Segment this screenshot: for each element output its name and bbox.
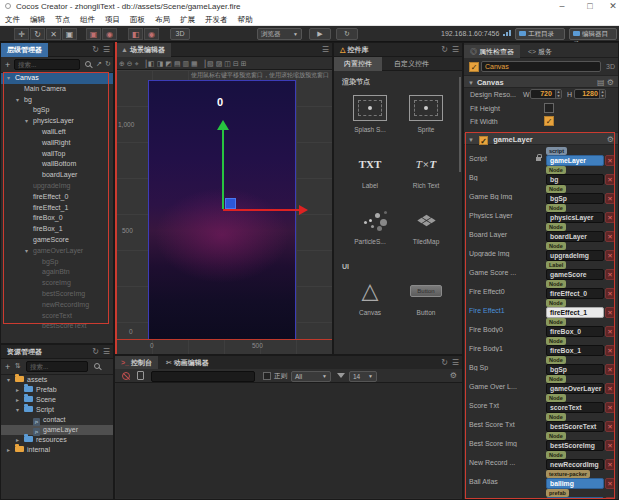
preview-target-dropdown[interactable]: 浏览器▼: [257, 28, 302, 40]
remove-reference-button[interactable]: ✕: [605, 478, 615, 489]
property-value-field[interactable]: bgSp: [546, 364, 604, 375]
remove-reference-button[interactable]: ✕: [605, 174, 615, 185]
refresh-button[interactable]: ↻: [336, 28, 358, 40]
fit-height-checkbox[interactable]: [544, 103, 554, 113]
property-value-field[interactable]: ballimg: [546, 478, 604, 489]
component-enabled-checkbox[interactable]: ✓: [479, 136, 488, 145]
hierarchy-item-fireEffect_0[interactable]: fireEffect_0: [1, 192, 113, 203]
mode-3d-button[interactable]: 3D: [170, 28, 190, 40]
hierarchy-item-gameScore[interactable]: gameScore: [1, 235, 113, 246]
widget-label[interactable]: TXTLabel: [342, 145, 398, 201]
asset-item-contact[interactable]: jscontact: [1, 415, 113, 425]
menu-icon[interactable]: ☰: [103, 347, 110, 356]
gamelayer-component-header[interactable]: ▼ ✓ gameLayer ⚙: [464, 132, 618, 145]
tab-assets[interactable]: 资源管理器: [1, 345, 48, 359]
stepper-icon[interactable]: ▴▾: [555, 90, 561, 98]
hierarchy-item-Main Camera[interactable]: Main Camera: [1, 84, 113, 95]
property-value-field[interactable]: upgradeImg: [546, 250, 604, 261]
asset-item-internal[interactable]: ▸internal: [1, 445, 113, 455]
editor-dir-button[interactable]: 编辑器目录: [569, 28, 617, 40]
help-icon[interactable]: ▤: [597, 78, 605, 87]
remove-reference-button[interactable]: ✕: [605, 383, 615, 394]
tab-console[interactable]: >_控制台: [115, 356, 158, 370]
scene-viewport[interactable]: 使用鼠标右键平移预览窗口，使用滚轮缩放预览窗口 1,000 500 0 0 50…: [116, 70, 332, 354]
expand-arrow-icon[interactable]: ▾: [16, 95, 24, 106]
minimize-button[interactable]: –: [552, 0, 572, 13]
property-value-field[interactable]: gameLayer: [546, 155, 604, 166]
widget-richtext[interactable]: T×TRich Text: [398, 145, 454, 201]
property-value-field[interactable]: fireBox_1: [546, 345, 604, 356]
hierarchy-item-physicsLayer[interactable]: ▾physicsLayer: [1, 116, 113, 127]
rotate-tool-icon[interactable]: ↻: [30, 28, 45, 40]
gizmo-origin-handle[interactable]: [225, 198, 236, 209]
scrollbar[interactable]: [459, 77, 461, 172]
rect-tool-icon[interactable]: ▣: [62, 28, 77, 40]
remove-reference-button[interactable]: ✕: [605, 326, 615, 337]
gear-icon[interactable]: ⚙: [607, 78, 614, 87]
asset-item-Script[interactable]: ▾Script: [1, 405, 113, 415]
refresh-icon[interactable]: ↻: [441, 45, 448, 54]
hierarchy-item-bgSp[interactable]: bgSp: [1, 257, 113, 268]
close-button[interactable]: ✕: [603, 0, 619, 13]
regex-checkbox[interactable]: [263, 372, 271, 380]
remove-reference-button[interactable]: ✕: [605, 364, 615, 375]
play-button[interactable]: ▶: [309, 28, 331, 40]
canvas-component-header[interactable]: ▼Canvas ▤ ⚙: [464, 75, 618, 88]
remove-reference-button[interactable]: ✕: [605, 250, 615, 261]
hierarchy-item-againBtn[interactable]: againBtn: [1, 267, 113, 278]
property-value-field[interactable]: newRecordImg: [546, 459, 604, 470]
menu-icon[interactable]: ☰: [103, 45, 110, 54]
expand-arrow-icon[interactable]: ▸: [16, 395, 24, 405]
hierarchy-item-scoreText[interactable]: scoreText: [1, 311, 113, 322]
node-name-field[interactable]: Canvas: [481, 61, 601, 72]
hierarchy-item-newRecordImg[interactable]: newRecordImg: [1, 300, 113, 311]
hierarchy-item-Canvas[interactable]: ▾Canvas: [1, 73, 113, 84]
property-value-field[interactable]: fireEffect_1: [546, 307, 604, 318]
collapse-arrow-icon[interactable]: ▼: [468, 80, 474, 86]
remove-reference-button[interactable]: ✕: [605, 402, 615, 413]
widget-canvas[interactable]: △Canvas: [342, 272, 398, 328]
gizmo-x-axis[interactable]: [223, 209, 299, 211]
filter-icon[interactable]: [337, 373, 345, 378]
menu-icon[interactable]: ☰: [452, 358, 459, 367]
hierarchy-item-upgradeImg[interactable]: upgradeImg: [1, 181, 113, 192]
widget-tiledmap[interactable]: TiledMap: [398, 201, 454, 257]
tab-builtin-widgets[interactable]: 内置控件: [334, 57, 382, 71]
expand-icon[interactable]: ↗: [96, 60, 102, 68]
menu-item-8[interactable]: 开发者: [200, 13, 233, 26]
remove-reference-button[interactable]: ✕: [605, 212, 615, 223]
tab-services[interactable]: <> 服务: [522, 45, 558, 58]
scale-tool-icon[interactable]: ✕: [46, 28, 61, 40]
property-value-field[interactable]: bgSp: [546, 193, 604, 204]
remove-reference-button[interactable]: ✕: [605, 193, 615, 204]
menu-item-0[interactable]: 文件: [0, 13, 25, 26]
menu-item-1[interactable]: 编辑: [25, 13, 50, 26]
collapse-arrow-icon[interactable]: ▼: [468, 137, 474, 143]
tab-animation-editor[interactable]: ✂动画编辑器: [160, 356, 215, 370]
tab-scene[interactable]: ▲场景编辑器: [115, 43, 171, 57]
expand-arrow-icon[interactable]: ▾: [25, 116, 33, 127]
menu-item-6[interactable]: 布局: [150, 13, 175, 26]
menu-item-2[interactable]: 节点: [50, 13, 75, 26]
font-size-dropdown[interactable]: 14▼: [349, 371, 377, 382]
scene-toolbar[interactable]: ⊕⊖⌖▕◧◨◩▤▥▦▕▧▨◫⊟⊞: [115, 57, 332, 70]
refresh-icon[interactable]: ↻: [105, 60, 111, 68]
hierarchy-item-bgSp[interactable]: bgSp: [1, 105, 113, 116]
hierarchy-item-scoreImg[interactable]: scoreImg: [1, 278, 113, 289]
asset-item-assets[interactable]: ▾assets: [1, 375, 113, 385]
remove-reference-button[interactable]: ✕: [605, 421, 615, 432]
remove-reference-button[interactable]: ✕: [605, 231, 615, 242]
property-value-field[interactable]: ball: [546, 497, 604, 500]
expand-arrow-icon[interactable]: ▾: [25, 246, 33, 257]
world-coord-icon[interactable]: ◉: [144, 28, 159, 40]
widget-button[interactable]: ButtonButton: [398, 272, 454, 328]
asset-item-gameLayer[interactable]: jsgameLayer: [1, 425, 113, 435]
widget-splashs[interactable]: Splash S...: [342, 89, 398, 145]
maximize-button[interactable]: □: [580, 0, 600, 13]
local-coord-icon[interactable]: ◧: [128, 28, 143, 40]
remove-reference-button[interactable]: ✕: [605, 288, 615, 299]
property-value-field[interactable]: gameScore: [546, 269, 604, 280]
tab-inspector[interactable]: ◎ 属性检查器: [464, 45, 520, 58]
remove-reference-button[interactable]: ✕: [605, 345, 615, 356]
tab-widgets[interactable]: △控件库: [334, 43, 374, 57]
